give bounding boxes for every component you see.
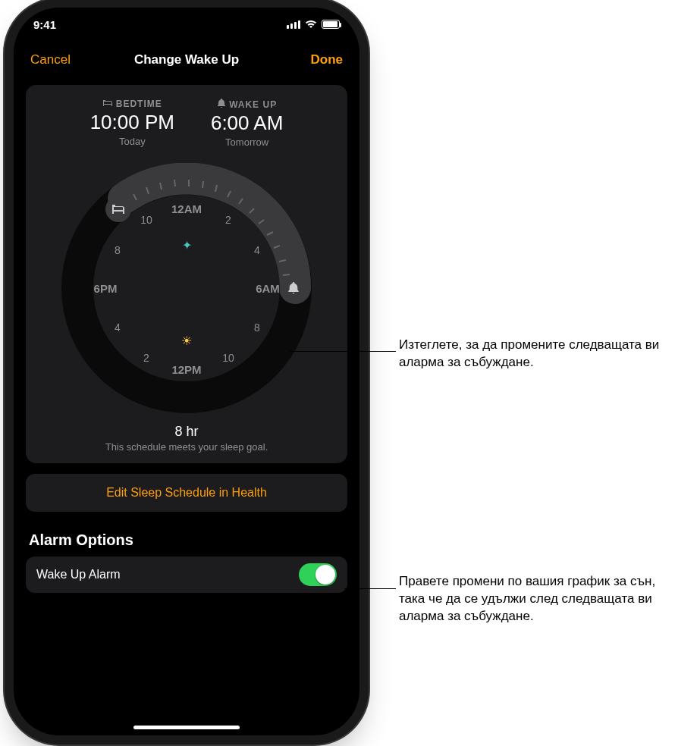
sleep-goal-text: This schedule meets your sleep goal. — [33, 441, 340, 453]
battery-icon — [322, 20, 340, 29]
wake-block: WAKE UP 6:00 AM Tomorrow — [211, 99, 283, 148]
wake-alarm-toggle[interactable] — [299, 563, 337, 586]
callout-drag-alarm: Изтеглете, за да промените следващата ви… — [399, 337, 680, 371]
callout-leader-2 — [344, 588, 396, 589]
hour-12pm: 12PM — [171, 363, 201, 376]
hour-10: 10 — [222, 352, 234, 364]
bedtime-block: BEDTIME 10:00 PM Today — [90, 99, 174, 148]
bedtime-value: 10:00 PM — [90, 111, 174, 134]
hour-4: 4 — [254, 244, 260, 256]
done-button[interactable]: Done — [311, 52, 344, 67]
schedule-card: BEDTIME 10:00 PM Today WAKE UP 6:00 AM T… — [26, 85, 347, 463]
hour-6pm: 6PM — [94, 282, 118, 295]
wifi-icon — [305, 20, 317, 29]
wake-label-text: WAKE UP — [229, 99, 277, 110]
content: BEDTIME 10:00 PM Today WAKE UP 6:00 AM T… — [14, 79, 359, 735]
hour-14: 2 — [143, 352, 149, 364]
dial-inner — [93, 195, 280, 381]
cancel-button[interactable]: Cancel — [30, 52, 71, 67]
wake-label: WAKE UP — [211, 99, 283, 110]
status-right — [287, 20, 340, 29]
sparkle-icon: ✦ — [182, 238, 192, 252]
hour-20: 8 — [115, 244, 121, 256]
bell-icon — [217, 99, 226, 110]
hour-2: 2 — [225, 214, 231, 226]
hour-8: 8 — [254, 321, 260, 334]
nav-bar: Cancel Change Wake Up Done — [14, 41, 359, 79]
wake-alarm-row: Wake Up Alarm — [26, 556, 347, 593]
bedtime-handle[interactable] — [105, 196, 131, 222]
edit-schedule-label: Edit Sleep Schedule in Health — [106, 486, 267, 500]
svg-line-3 — [174, 180, 175, 186]
schedule-times: BEDTIME 10:00 PM Today WAKE UP 6:00 AM T… — [33, 99, 340, 148]
bed-icon — [102, 99, 113, 109]
hour-16: 4 — [115, 321, 121, 334]
sleep-dial[interactable]: 12AM 2 4 6AM 8 10 12PM 2 4 6PM 8 10 ✦ ☀ — [61, 163, 312, 413]
wake-value: 6:00 AM — [211, 111, 283, 135]
notch — [111, 8, 262, 30]
cellular-icon — [287, 20, 300, 29]
home-indicator[interactable] — [133, 726, 240, 729]
phone-frame: 9:41 Cancel Change Wake Up Done — [14, 8, 359, 735]
wake-day: Tomorrow — [211, 136, 283, 148]
edit-schedule-button[interactable]: Edit Sleep Schedule in Health — [26, 474, 347, 512]
bedtime-label-text: BEDTIME — [116, 99, 162, 109]
wake-handle[interactable] — [281, 275, 306, 301]
svg-line-5 — [202, 181, 203, 188]
sleep-duration: 8 hr — [33, 424, 340, 440]
callout-edit-schedule: Правете промени по вашия график за сън, … — [399, 573, 680, 625]
hour-6am: 6AM — [256, 282, 280, 295]
wake-alarm-label: Wake Up Alarm — [36, 568, 121, 581]
bedtime-day: Today — [90, 136, 174, 147]
status-time: 9:41 — [33, 18, 56, 31]
hour-12am: 12AM — [171, 202, 202, 215]
callout-leader-1 — [290, 351, 396, 352]
alarm-options-header: Alarm Options — [26, 531, 347, 549]
hour-22: 10 — [140, 214, 152, 226]
sun-icon: ☀ — [181, 334, 192, 348]
bedtime-label: BEDTIME — [90, 99, 174, 109]
svg-line-14 — [283, 274, 290, 275]
